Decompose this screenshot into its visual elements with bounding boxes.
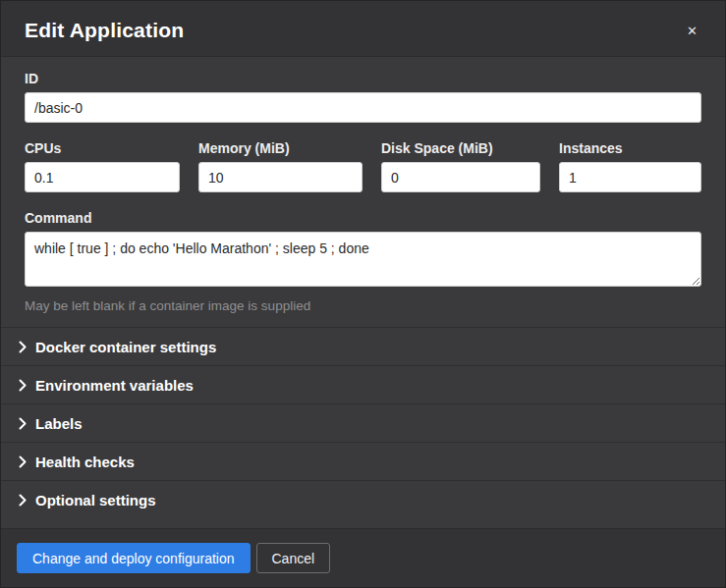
cancel-button[interactable]: Cancel (256, 543, 331, 573)
chevron-right-icon (19, 455, 32, 468)
id-field-group: ID (25, 71, 701, 123)
section-labels[interactable]: Labels (1, 403, 725, 442)
command-help-text: May be left blank if a container image i… (25, 298, 701, 313)
section-label: Optional settings (35, 492, 156, 508)
instances-label: Instances (559, 140, 701, 156)
collapsible-sections: Docker container settings Environment va… (1, 327, 725, 518)
disk-label: Disk Space (MiB) (381, 140, 540, 156)
section-optional-settings[interactable]: Optional settings (1, 480, 725, 518)
instances-field-group: Instances (559, 140, 701, 192)
disk-field-group: Disk Space (MiB) (381, 140, 540, 192)
change-and-deploy-button[interactable]: Change and deploy configuration (17, 543, 251, 573)
instances-input[interactable] (559, 162, 701, 192)
command-label: Command (25, 210, 701, 226)
section-label: Environment variables (35, 377, 194, 394)
section-label: Health checks (35, 454, 135, 470)
section-health-checks[interactable]: Health checks (1, 442, 725, 480)
resources-row: CPUs Memory (MiB) Disk Space (MiB) Insta… (25, 140, 701, 192)
edit-application-modal: Edit Application ✕ ID CPUs Memory (MiB) … (0, 0, 726, 588)
section-label: Labels (35, 415, 83, 432)
edit-application-form: ID CPUs Memory (MiB) Disk Space (MiB) In… (1, 57, 725, 327)
modal-header: Edit Application ✕ (1, 1, 725, 57)
close-icon[interactable]: ✕ (683, 21, 701, 41)
cpus-input[interactable] (25, 162, 180, 192)
modal-title: Edit Application (25, 19, 184, 42)
cpus-field-group: CPUs (25, 140, 180, 192)
chevron-right-icon (19, 341, 32, 353)
section-environment-variables[interactable]: Environment variables (1, 365, 725, 403)
disk-input[interactable] (381, 162, 540, 192)
cpus-label: CPUs (25, 140, 180, 156)
command-textarea[interactable]: while [ true ] ; do echo 'Hello Marathon… (25, 232, 701, 287)
memory-input[interactable] (198, 162, 363, 192)
memory-field-group: Memory (MiB) (198, 140, 363, 192)
section-label: Docker container settings (35, 339, 216, 355)
section-docker-container-settings[interactable]: Docker container settings (1, 327, 725, 365)
chevron-right-icon (19, 379, 32, 392)
id-label: ID (25, 71, 701, 86)
chevron-right-icon (19, 494, 32, 507)
chevron-right-icon (19, 417, 32, 430)
command-field-group: Command while [ true ] ; do echo 'Hello … (25, 210, 701, 313)
id-input[interactable] (25, 92, 701, 123)
modal-footer: Change and deploy configuration Cancel (1, 528, 725, 587)
memory-label: Memory (MiB) (198, 140, 363, 156)
